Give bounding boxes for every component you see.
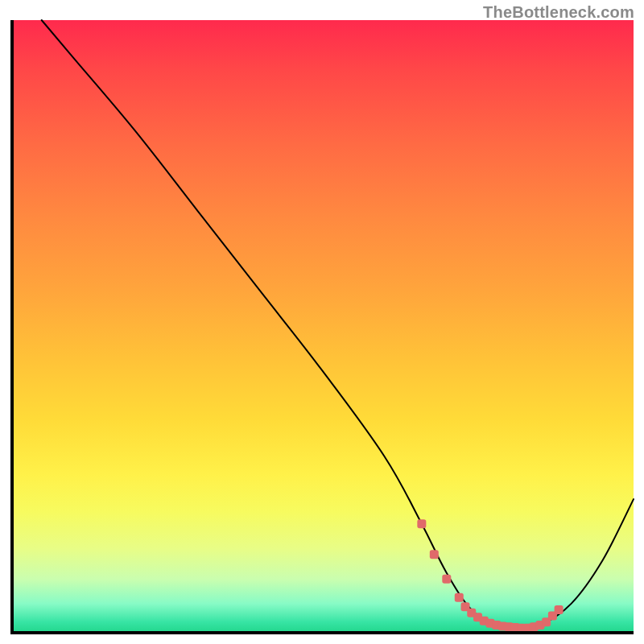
attribution-text: TheBottleneck.com [483,3,634,22]
valley-marker [417,519,426,528]
valley-marker [442,575,451,584]
main-curve [42,20,634,629]
valley-marker [430,550,439,559]
valley-marker [555,605,564,614]
plot-area [10,20,634,634]
valley-marker [455,593,464,602]
chart-svg [10,20,634,634]
chart-container: { "attribution": "TheBottleneck.com", "c… [0,0,644,644]
